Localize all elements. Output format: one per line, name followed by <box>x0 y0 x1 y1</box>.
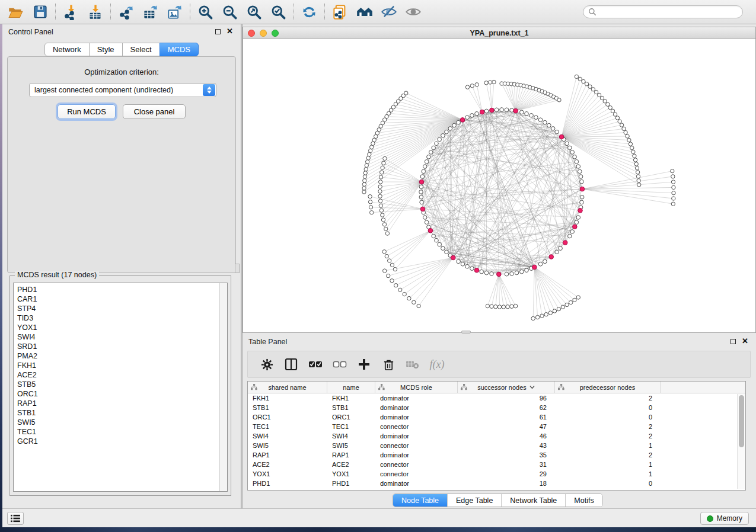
settings-icon[interactable] <box>260 357 274 371</box>
table-row[interactable]: YOX1YOX1connector291 <box>248 469 745 479</box>
column-header-successor-nodes[interactable]: successor nodes <box>458 382 555 393</box>
show-all-icon[interactable] <box>401 2 425 22</box>
mcds-result-item[interactable]: SWI4 <box>14 332 219 342</box>
tab-motifs[interactable]: Motifs <box>565 494 602 507</box>
network-node <box>445 250 449 254</box>
network-node <box>363 179 366 182</box>
tab-network[interactable]: Network <box>44 43 90 56</box>
add-column-icon[interactable] <box>357 357 371 371</box>
network-graph[interactable] <box>243 39 755 332</box>
table-row[interactable]: STB1STB1dominator620 <box>248 403 745 412</box>
cell-predecessor_nodes: 2 <box>555 450 661 460</box>
mcds-result-item[interactable]: SWI5 <box>14 418 219 427</box>
mcds-result-item[interactable]: TEC1 <box>14 427 219 437</box>
mcds-result-item[interactable]: TID3 <box>14 313 219 323</box>
cell-successor_nodes: 96 <box>458 393 555 403</box>
column-header-MCDS-role[interactable]: MCDS role <box>375 382 458 393</box>
column-header-predecessor-nodes[interactable]: predecessor nodes <box>555 382 661 393</box>
network-node <box>369 149 372 152</box>
save-session-icon[interactable] <box>28 2 52 22</box>
network-node <box>600 96 604 100</box>
table-row[interactable]: SWI4SWI4dominator462 <box>248 431 745 441</box>
column-header-name[interactable]: name <box>327 382 375 393</box>
mcds-result-item[interactable]: STP4 <box>14 304 219 313</box>
table-row[interactable]: FKH1FKH1dominator962 <box>248 393 745 403</box>
mcds-result-item[interactable]: STB1 <box>14 408 219 418</box>
task-history-button[interactable] <box>7 512 24 525</box>
panel-divider-grip[interactable] <box>235 264 240 273</box>
scrollbar-thumb[interactable] <box>739 395 744 447</box>
tab-style[interactable]: Style <box>89 43 123 56</box>
mcds-list-scrollbar[interactable] <box>219 283 227 491</box>
tab-mcds[interactable]: MCDS <box>160 43 199 56</box>
network-node <box>515 271 519 275</box>
table-row[interactable]: ACE2ACE2connector311 <box>248 460 745 469</box>
network-hub-node <box>532 265 537 270</box>
mcds-result-item[interactable]: STB5 <box>14 380 219 389</box>
table-row[interactable]: PHD1PHD1dominator180 <box>248 479 745 488</box>
column-chooser-icon[interactable] <box>284 357 298 371</box>
zoom-in-icon[interactable] <box>193 2 218 22</box>
close-panel-icon[interactable]: ✕ <box>742 336 748 345</box>
mcds-result-item[interactable]: YOX1 <box>14 323 219 332</box>
network-node <box>543 120 547 124</box>
table-row[interactable]: SWI5SWI5connector431 <box>248 441 745 450</box>
table-row[interactable]: RAP1RAP1dominator352 <box>248 450 745 460</box>
run-mcds-button[interactable]: Run MCDS <box>58 104 116 119</box>
mcds-result-item[interactable]: SRD1 <box>14 342 219 351</box>
search-box[interactable] <box>583 5 743 18</box>
network-window-titlebar[interactable]: YPA_prune.txt_1 <box>243 27 756 39</box>
optimization-criterion-select[interactable]: largest connected component (undirected) <box>29 83 216 97</box>
import-network-icon[interactable] <box>59 2 83 22</box>
deselect-all-checkboxes-icon[interactable] <box>333 357 347 371</box>
export-network-icon[interactable] <box>114 2 138 22</box>
mcds-result-item[interactable]: PHD1 <box>14 285 219 294</box>
network-canvas[interactable] <box>243 39 756 333</box>
tab-edge-table[interactable]: Edge Table <box>447 494 501 507</box>
toolbar-separator <box>55 4 56 20</box>
network-node <box>470 84 474 88</box>
refresh-layout-icon[interactable] <box>297 2 321 22</box>
duplicate-network-icon[interactable] <box>328 2 352 22</box>
table-row[interactable]: ORC1ORC1dominator610 <box>248 412 745 422</box>
mcds-result-item[interactable]: ACE2 <box>14 370 219 380</box>
float-window-icon[interactable] <box>215 29 221 34</box>
close-panel-icon[interactable]: ✕ <box>227 27 233 36</box>
network-node <box>363 175 366 178</box>
mcds-result-item[interactable]: PMA2 <box>14 351 219 361</box>
column-header-shared-name[interactable]: shared name <box>248 382 327 393</box>
cell-shared_name: FKH1 <box>248 393 327 403</box>
mcds-result-item[interactable]: RAP1 <box>14 399 219 408</box>
mcds-result-item[interactable]: ORC1 <box>14 389 219 399</box>
search-input[interactable] <box>596 8 738 16</box>
import-table-icon[interactable] <box>83 2 107 22</box>
network-node <box>568 146 572 150</box>
tab-node-table[interactable]: Node Table <box>393 494 447 507</box>
mcds-result-item[interactable]: FKH1 <box>14 361 219 370</box>
table-panel-divider-grip[interactable] <box>461 331 471 334</box>
export-table-icon[interactable] <box>138 2 162 22</box>
float-window-icon[interactable] <box>731 339 736 344</box>
delete-column-icon[interactable] <box>381 357 395 371</box>
zoom-selected-icon[interactable] <box>266 2 291 22</box>
tab-select[interactable]: Select <box>122 43 160 56</box>
mcds-result-item[interactable]: CAR1 <box>14 294 219 304</box>
tab-network-table[interactable]: Network Table <box>501 494 565 507</box>
open-file-icon[interactable] <box>4 2 28 22</box>
network-node <box>382 223 386 226</box>
hide-selected-icon[interactable] <box>377 2 401 22</box>
mcds-tab-content: Optimization criterion: largest connecte… <box>7 56 236 273</box>
close-panel-button[interactable]: Close panel <box>123 104 186 119</box>
zoom-out-icon[interactable] <box>218 2 242 22</box>
select-all-checkboxes-icon[interactable] <box>308 357 323 371</box>
mcds-result-item[interactable]: GCR1 <box>14 437 219 446</box>
network-node <box>624 130 627 134</box>
node-table-scrollbar[interactable] <box>737 394 745 489</box>
zoom-fit-icon[interactable] <box>242 2 266 22</box>
memory-button[interactable]: Memory <box>700 512 749 525</box>
export-image-icon[interactable] <box>162 2 187 22</box>
first-neighbors-icon[interactable] <box>352 2 377 22</box>
network-node <box>538 262 543 267</box>
table-row[interactable]: TEC1TEC1connector472 <box>248 422 745 431</box>
network-node <box>385 232 389 235</box>
